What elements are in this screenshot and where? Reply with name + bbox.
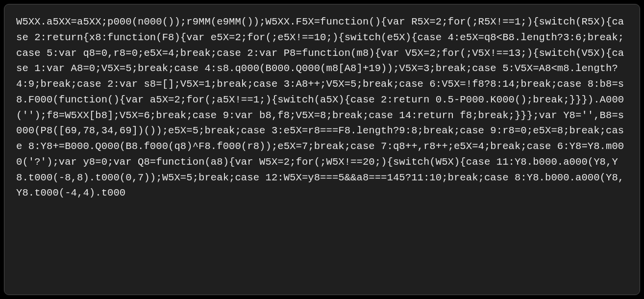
code-snippet: W5XX.a5XX=a5XX;p000(n000());r9MM(e9MM())… (4, 4, 640, 295)
